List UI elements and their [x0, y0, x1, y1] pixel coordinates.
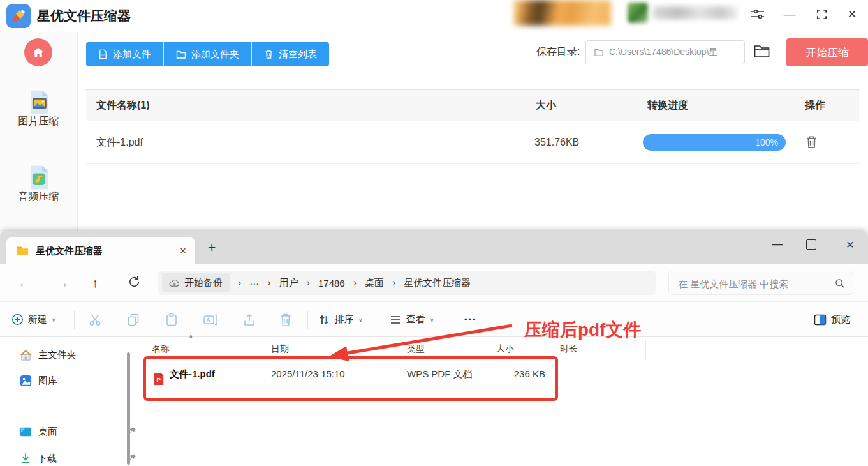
file-list-row[interactable]: P 文件-1.pdf 2025/11/23 15:10 WPS PDF 文档 2… — [134, 359, 868, 389]
column-divider[interactable] — [265, 340, 265, 360]
breadcrumb-desktop[interactable]: 桌面 — [365, 277, 384, 289]
list-header-date[interactable]: 日期 — [271, 343, 289, 355]
column-header-size: 大小 — [536, 90, 556, 121]
progress-percent: 100% — [643, 134, 786, 151]
list-header-type[interactable]: 类型 — [407, 343, 425, 355]
save-dir-label: 保存目录: — [536, 45, 580, 59]
list-header-duration[interactable]: 时长 — [560, 343, 578, 355]
column-header-progress: 转换进度 — [647, 90, 688, 121]
preview-pane-icon — [814, 314, 827, 326]
sidebar-item-image-compress[interactable]: 图片压缩 — [0, 115, 77, 128]
folder-icon — [17, 245, 29, 257]
sort-icon — [318, 313, 330, 326]
delete-button[interactable] — [279, 302, 292, 337]
file-explorer-window: 星优文件压缩器 × + — × ← → ↑ 开始备份 › ··· › 用户 — [0, 231, 868, 466]
chevron-right-icon: › — [298, 277, 318, 289]
sidebar-scrollbar[interactable] — [127, 352, 130, 465]
preview-button[interactable]: 预览 — [814, 302, 850, 337]
table-header-row: 文件名称(1) 大小 转换进度 操作 — [86, 89, 859, 121]
audio-compress-icon[interactable] — [25, 163, 53, 192]
clear-list-button[interactable]: 清空列表 — [252, 42, 329, 66]
open-folder-icon — [753, 43, 770, 59]
sidebar-item-home[interactable] — [24, 38, 52, 66]
forward-button[interactable]: → — [56, 264, 69, 301]
refresh-icon — [128, 275, 141, 289]
breadcrumb-ellipsis[interactable]: ··· — [249, 278, 259, 289]
blurred-vip-badge — [514, 0, 611, 26]
sidebar-item-audio-compress[interactable]: 音频压缩 — [0, 190, 77, 204]
cut-button[interactable] — [88, 302, 102, 337]
share-button[interactable] — [242, 302, 256, 337]
sort-label: 排序 — [335, 313, 354, 326]
maximize-corners-icon — [816, 8, 828, 20]
home-icon — [19, 349, 33, 362]
column-divider[interactable] — [401, 340, 401, 360]
more-options-button[interactable]: ••• — [464, 302, 477, 337]
breadcrumb-current-folder[interactable]: 星优文件压缩器 — [404, 277, 471, 289]
compress-file-table: 文件名称(1) 大小 转换进度 操作 文件-1.pdf 351.76KB 100… — [86, 89, 859, 164]
chevron-right-icon: › — [384, 277, 404, 289]
explorer-tab[interactable]: 星优文件压缩器 × — [6, 237, 195, 264]
list-header-name[interactable]: 名称 — [152, 343, 170, 355]
up-button[interactable]: ↑ — [92, 264, 98, 301]
table-row[interactable]: 文件-1.pdf 351.76KB 100% — [86, 121, 859, 164]
add-file-button[interactable]: 添加文件 — [86, 42, 164, 66]
sort-ascending-icon: ∧ — [189, 333, 193, 340]
blurred-user-name — [653, 6, 737, 19]
sidebar-item-home-folder[interactable]: 主文件夹 — [19, 346, 77, 364]
share-icon — [242, 313, 256, 327]
search-icon[interactable] — [834, 278, 845, 291]
browse-folder-button[interactable] — [753, 43, 770, 61]
save-dir-field[interactable]: C:\Users\17486\Desktop\星 — [585, 40, 745, 64]
blurred-user-avatar — [628, 3, 648, 23]
paste-button[interactable] — [165, 302, 179, 337]
trash-icon — [805, 135, 818, 149]
app-close-button[interactable]: × — [843, 5, 861, 23]
plus-circle-icon — [11, 313, 24, 326]
progress-bar: 100% — [643, 134, 786, 151]
gallery-icon — [19, 374, 33, 387]
explorer-minimize-button[interactable]: — — [769, 235, 786, 254]
refresh-button[interactable] — [128, 275, 141, 292]
chevron-right-icon: › — [345, 277, 365, 289]
toolbar-divider — [74, 311, 75, 329]
explorer-maximize-button[interactable] — [806, 239, 816, 250]
copy-icon — [126, 313, 140, 327]
add-folder-button[interactable]: 添加文件夹 — [164, 42, 252, 66]
back-button[interactable]: ← — [18, 264, 31, 301]
column-divider[interactable] — [645, 340, 646, 360]
delete-row-button[interactable] — [805, 135, 818, 152]
app-minimize-button[interactable]: — — [781, 5, 798, 23]
address-bar[interactable]: 开始备份 › ··· › 用户 › 17486 › 桌面 › 星优文件压缩器 — [158, 271, 656, 295]
breadcrumb-backup-chip[interactable]: 开始备份 — [162, 273, 230, 292]
new-button[interactable]: 新建 ∨ — [11, 302, 56, 337]
search-input[interactable] — [677, 272, 826, 295]
chevron-right-icon: › — [259, 277, 279, 289]
rename-button[interactable] — [203, 302, 218, 337]
new-tab-button[interactable]: + — [208, 240, 216, 255]
copy-button[interactable] — [126, 302, 140, 337]
sidebar-item-desktop[interactable]: 桌面 — [19, 423, 57, 440]
chevron-down-icon: ∨ — [52, 317, 56, 323]
svg-text:P: P — [156, 376, 161, 383]
start-compress-button[interactable]: 开始压缩 — [786, 38, 868, 66]
app-maximize-button[interactable] — [813, 5, 830, 23]
breadcrumb-user-id[interactable]: 17486 — [318, 278, 345, 289]
view-button[interactable]: 查看 ∨ — [389, 302, 434, 337]
list-header-size[interactable]: 大小 — [496, 343, 514, 355]
desktop-icon — [19, 425, 33, 439]
list-view-icon — [389, 313, 402, 326]
search-box[interactable] — [668, 271, 853, 295]
sidebar-item-downloads[interactable]: 下载 — [19, 449, 57, 466]
sort-button[interactable]: 排序 ∨ — [318, 302, 363, 337]
column-divider[interactable] — [554, 340, 554, 360]
sidebar-item-gallery[interactable]: 图库 — [19, 372, 57, 389]
tab-close-button[interactable]: × — [180, 237, 186, 264]
column-divider[interactable] — [490, 340, 490, 360]
image-compress-icon[interactable] — [25, 88, 53, 116]
settings-sliders-icon[interactable] — [749, 5, 767, 23]
add-folder-label: 添加文件夹 — [191, 49, 239, 61]
cell-file-size: 236 KB — [437, 359, 545, 389]
breadcrumb-users[interactable]: 用户 — [279, 277, 298, 289]
explorer-close-button[interactable]: × — [842, 235, 858, 254]
